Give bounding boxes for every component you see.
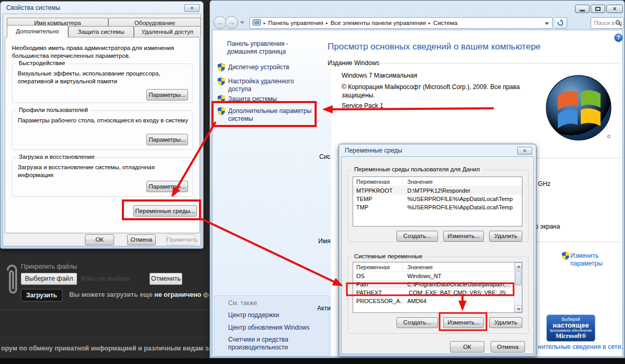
close-icon[interactable]: × [517, 147, 532, 155]
screen: Прикрепить файлы Выберите файл Файл не в… [0, 0, 625, 364]
user-new-button[interactable]: Создать... [396, 231, 438, 242]
service-pack-label: Service Pack 1 [342, 102, 383, 109]
var-value: %USERPROFILE%\AppData\Local\Temp [403, 195, 522, 203]
sidebar-item-home[interactable]: Панель управления - домашняя страница [227, 40, 299, 56]
profiles-desc: Параметры рабочего стола, относящиеся ко… [18, 117, 190, 124]
close-icon[interactable]: × [184, 4, 199, 12]
user-edit-button[interactable]: Изменить... [443, 231, 484, 242]
tab-remote-access[interactable]: Удаленный доступ [134, 26, 201, 37]
cancel-upload-button[interactable]: Отменить [149, 273, 182, 285]
section-rule [378, 63, 619, 64]
system-delete-button[interactable]: Удалить [489, 317, 522, 328]
badge-line-2: настоящее [547, 322, 595, 329]
system-edit-button[interactable]: Изменить... [443, 317, 484, 328]
column-variable[interactable]: Переменная [353, 262, 403, 271]
scroll-up-button[interactable] [515, 262, 522, 270]
tab-advanced[interactable]: Дополнительно [7, 25, 68, 37]
table-row-path[interactable]: Path C:\ProgramData\Oracle\Java\javapath… [353, 280, 514, 288]
sidebar-item-remote-access[interactable]: Настройка удаленного доступа [228, 78, 306, 93]
sidebar-item-device-manager[interactable]: Диспетчер устройств [228, 64, 322, 71]
close-button[interactable]: × [606, 5, 623, 13]
table-row[interactable]: TEMP %USERPROFILE%\AppData\Local\Temp [353, 195, 522, 203]
startup-settings-button[interactable]: Параметры... [146, 181, 188, 192]
system-new-button[interactable]: Создать... [396, 317, 438, 328]
forum-footer-text[interactable]: орум по обмену приватной информацией и р… [1, 345, 238, 352]
fragment-computer-name: Имя [318, 237, 330, 245]
user-profiles-group: Профили пользователей Параметры рабочего… [12, 110, 193, 150]
table-row[interactable]: OS Windows_NT [353, 272, 514, 280]
history-dropdown-icon[interactable] [240, 21, 244, 24]
upload-limit-text: Вы можете загрузить еще не ограничено фа… [69, 291, 229, 298]
dialog-title: Переменные среды [345, 147, 402, 154]
no-file-chosen-label: Файл не выбран [81, 275, 130, 282]
search-icon[interactable] [615, 20, 622, 28]
address-bar[interactable]: ▸ Панель управления ▸ Все элементы панел… [249, 17, 553, 29]
microsoft-badge[interactable]: Выбирай настоящее программное обеспечени… [546, 315, 595, 342]
profiles-settings-button[interactable]: Параметры... [146, 134, 188, 145]
performance-group: Быстродействие Визуальные эффекты, испол… [12, 64, 193, 103]
refresh-button[interactable] [555, 17, 567, 29]
system-variables-list[interactable]: Переменная Значение OS Windows_NT Path C… [353, 262, 522, 313]
table-row[interactable]: PROCESSOR_A... AMD64 [353, 297, 514, 305]
environment-variables-button[interactable]: Переменные среды... [133, 205, 197, 217]
sidebar-item-advanced-settings[interactable]: Дополнительные параметры системы [228, 107, 318, 123]
user-delete-button[interactable]: Удалить [489, 231, 522, 242]
forward-button[interactable]: → [225, 16, 238, 29]
var-value: AMD64 [403, 297, 514, 305]
section-rule-right [536, 158, 620, 158]
choose-file-button[interactable]: Выберите файл [21, 273, 77, 285]
address-dropdown-icon[interactable] [545, 22, 549, 25]
user-variables-legend: Переменные среды пользователя для Данил [352, 166, 482, 172]
upload-button[interactable]: Загрузить [21, 289, 63, 302]
column-value[interactable]: Значение [403, 262, 514, 271]
see-also-title: См. также [228, 299, 257, 307]
copyright-text: © Корпорация Майкрософт (Microsoft Corp.… [342, 83, 524, 99]
var-value: C:\ProgramData\Oracle\Java\javapath;... [403, 280, 514, 288]
cancel-button[interactable]: Отмена [491, 341, 525, 353]
page-title: Просмотр основных сведений о вашем компь… [328, 42, 541, 52]
admin-rights-note: Необходимо иметь права администратора дл… [12, 44, 195, 60]
limit-pre: Вы можете загрузить еще [69, 291, 154, 298]
user-variables-list[interactable]: Переменная Значение MTPPKROOT D:\MTPPK12… [353, 177, 522, 227]
uac-shield-icon [218, 95, 225, 105]
minimize-button[interactable] [575, 5, 590, 13]
help-icon[interactable]: ? [614, 33, 623, 44]
startup-legend: Загрузка и восстановление [17, 154, 97, 160]
sidebar-item-performance[interactable]: Счетчики и средства производительности [228, 336, 306, 352]
sidebar-item-system-protection[interactable]: Защита системы [228, 95, 322, 103]
breadcrumb-sep-icon: ▸ [429, 21, 431, 26]
scrollbar[interactable] [514, 262, 522, 312]
scroll-down-button[interactable] [515, 305, 522, 312]
scroll-thumb[interactable] [515, 271, 521, 285]
uac-shield-icon [218, 63, 225, 73]
var-name: PATHEXT [353, 288, 403, 297]
table-row[interactable]: MTPPKROOT D:\MTPPK12\Responder [353, 186, 522, 195]
maximize-button[interactable] [591, 5, 605, 13]
tab-system-protection[interactable]: Защита системы [68, 26, 134, 37]
column-value[interactable]: Значение [403, 177, 522, 186]
apply-button[interactable]: Применить [166, 234, 195, 245]
change-settings-link[interactable]: Изменить параметры [570, 252, 613, 268]
table-row[interactable]: PATHEXT .COM;.EXE;.BAT;.CMD;.VBS;.VBE;.J… [353, 288, 514, 297]
cancel-button[interactable]: Отмена [127, 234, 156, 245]
breadcrumb-system[interactable]: Система [433, 20, 457, 26]
paperclip-icon [3, 260, 21, 304]
column-variable[interactable]: Переменная [353, 177, 403, 186]
var-name: TEMP [353, 195, 403, 203]
ok-button[interactable]: ОК [85, 234, 114, 245]
breadcrumb-control-panel[interactable]: Панель управления [268, 20, 323, 26]
breadcrumb-all-items[interactable]: Все элементы панели управления [331, 20, 426, 26]
ok-button[interactable]: ОК [450, 341, 484, 353]
performance-settings-button[interactable]: Параметры... [146, 89, 188, 101]
sidebar-item-windows-update[interactable]: Центр обновления Windows [228, 324, 327, 332]
attach-files-label: Прикрепить файлы [21, 263, 77, 270]
sidebar-item-support-center[interactable]: Центр поддержки [228, 311, 322, 319]
section-rule-right-2 [536, 242, 620, 242]
online-info-link[interactable]: нительные сведения в сети... [538, 343, 623, 350]
startup-desc: Загрузка и восстановление системы, отлад… [18, 164, 190, 179]
search-input[interactable]: Поиск в па... [591, 17, 624, 29]
dialog-title: Свойства системы [6, 4, 60, 11]
refresh-icon [557, 19, 564, 27]
uac-shield-icon [218, 107, 225, 117]
table-row[interactable]: TMP %USERPROFILE%\AppData\Local\Temp [353, 203, 522, 211]
